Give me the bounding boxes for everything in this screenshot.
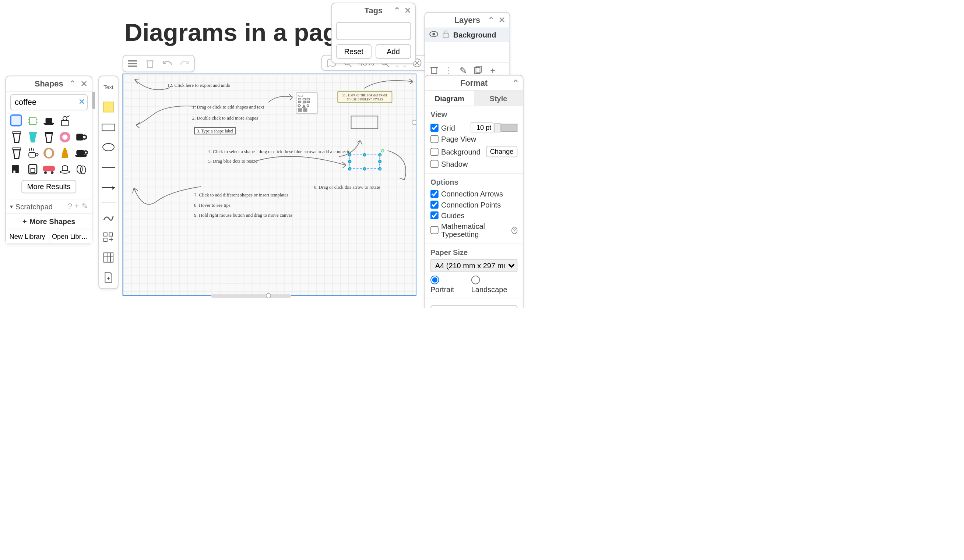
shape-grinder-icon[interactable]: [58, 114, 72, 128]
svg-rect-29: [31, 169, 35, 172]
conn-points-checkbox[interactable]: [430, 201, 438, 209]
arrow-tool[interactable]: [102, 181, 115, 194]
landscape-radio[interactable]: [471, 276, 480, 284]
shape-cup-saucer-icon[interactable]: [42, 114, 55, 128]
add-shapes-tool[interactable]: [102, 231, 115, 244]
more-layer-icon[interactable]: ⋮: [444, 65, 453, 75]
shape-beans-icon[interactable]: [74, 162, 88, 176]
svg-rect-6: [46, 118, 52, 123]
shape-toolbar: Text: [98, 75, 119, 289]
layer-row-background[interactable]: Background: [425, 28, 509, 42]
shape-watch-icon[interactable]: [10, 114, 22, 127]
close-icon[interactable]: ✕: [404, 6, 411, 15]
shape-maker-icon[interactable]: [26, 162, 39, 176]
edit-layer-icon[interactable]: ✎: [458, 65, 467, 75]
shape-togo2-icon[interactable]: [26, 131, 39, 144]
canvas[interactable]: 12. Click here to export and undo 1. Dra…: [123, 74, 417, 296]
math-checkbox[interactable]: [430, 226, 438, 234]
hscroll-track[interactable]: [211, 294, 291, 298]
tags-reset-button[interactable]: Reset: [336, 44, 371, 59]
help-icon[interactable]: ?: [511, 226, 517, 234]
tags-input[interactable]: [336, 22, 411, 40]
delete-layer-icon[interactable]: [429, 65, 438, 75]
shape-togo4-icon[interactable]: [10, 146, 23, 160]
chevron-down-icon[interactable]: ▾: [10, 203, 13, 210]
visibility-icon[interactable]: [429, 31, 438, 39]
shape-chip-icon[interactable]: [26, 114, 39, 128]
tags-title: Tags: [365, 6, 383, 15]
shape-latte-icon[interactable]: [42, 146, 55, 160]
help-icon[interactable]: ?: [68, 202, 72, 211]
grid-checkbox[interactable]: [430, 123, 438, 131]
edit-data-button[interactable]: Edit Data: [430, 305, 517, 308]
svg-rect-65: [431, 68, 437, 74]
grid-color-swatch[interactable]: [502, 123, 518, 131]
tags-add-button[interactable]: Add: [376, 44, 411, 59]
undo-icon[interactable]: [162, 58, 173, 69]
trash-icon[interactable]: [145, 58, 155, 69]
shape-espresso-icon[interactable]: [58, 162, 72, 176]
conn-arrows-checkbox[interactable]: [430, 190, 438, 198]
rectangle-tool[interactable]: [102, 120, 115, 133]
tip-12: 12. Click here to export and undo: [168, 83, 231, 88]
mini-shapes-panel: Text: [296, 93, 318, 114]
tab-diagram[interactable]: Diagram: [425, 91, 474, 106]
tip-11-box: 11. Expand the Format panel to use diffe…: [337, 91, 392, 103]
freehand-tool[interactable]: [102, 211, 115, 224]
shape-machine-icon[interactable]: [10, 162, 23, 176]
tags-panel: Tags ⌃✕ Reset Add: [331, 3, 416, 63]
chevron-up-icon[interactable]: ⌃: [394, 6, 400, 15]
edit-icon[interactable]: ✎: [82, 202, 88, 211]
page-view-checkbox[interactable]: [430, 135, 438, 143]
add-icon[interactable]: +: [75, 202, 79, 211]
scrollbar-thumb[interactable]: [93, 92, 95, 109]
add-layer-icon[interactable]: +: [488, 65, 497, 75]
shape-van-icon[interactable]: [42, 162, 55, 176]
new-library-button[interactable]: New Library: [6, 230, 49, 243]
paper-size-select[interactable]: A4 (210 mm x 297 mm): [430, 259, 517, 272]
shape-widemug-icon[interactable]: [74, 146, 88, 160]
grid-size-input[interactable]: [471, 123, 493, 133]
portrait-radio[interactable]: [430, 276, 439, 284]
close-icon[interactable]: ✕: [80, 79, 88, 89]
text-tool[interactable]: Text: [102, 80, 115, 93]
guides-checkbox[interactable]: [430, 211, 438, 219]
open-library-button[interactable]: Open Library ...: [49, 230, 92, 243]
change-background-button[interactable]: Change: [486, 146, 518, 157]
sticky-note-tool[interactable]: [102, 101, 115, 114]
menu-icon[interactable]: [127, 58, 138, 69]
background-checkbox[interactable]: [430, 148, 438, 156]
svg-rect-7: [62, 120, 68, 126]
shape-pot-icon[interactable]: [58, 146, 72, 160]
svg-rect-10: [13, 132, 21, 133]
chevron-up-icon[interactable]: ⌃: [512, 78, 519, 88]
new-page-tool[interactable]: [102, 271, 115, 284]
svg-rect-11: [29, 132, 37, 133]
shapes-panel: Shapes ⌃ ✕ ✕: [5, 75, 93, 244]
shape-steamcup-icon[interactable]: [26, 146, 39, 160]
shape-mug1-icon[interactable]: [74, 131, 88, 144]
shape-togo3-icon[interactable]: [42, 131, 55, 144]
lock-icon[interactable]: [443, 30, 449, 39]
clear-search-icon[interactable]: ✕: [78, 97, 85, 106]
chevron-up-icon[interactable]: ⌃: [488, 15, 495, 24]
more-shapes-button[interactable]: + More Shapes: [6, 213, 92, 229]
shapes-search-input[interactable]: [10, 94, 88, 110]
line-tool[interactable]: [102, 161, 115, 174]
close-icon[interactable]: ✕: [498, 15, 505, 24]
table-tool[interactable]: [102, 251, 115, 264]
shape-togo1-icon[interactable]: [10, 131, 23, 144]
copy-layer-icon[interactable]: [473, 65, 482, 75]
more-results-button[interactable]: More Results: [21, 180, 77, 193]
grid-stepper[interactable]: [494, 123, 501, 132]
ghost-rectangle[interactable]: [351, 116, 379, 129]
hscroll-knob[interactable]: [266, 293, 271, 299]
vscroll-knob[interactable]: [412, 120, 417, 125]
tip-9: 9. Hold right mouse button and drag to m…: [194, 213, 292, 218]
ellipse-tool[interactable]: [102, 141, 115, 154]
tab-style[interactable]: Style: [474, 91, 523, 106]
shape-badge-icon[interactable]: [58, 131, 72, 144]
chevron-up-icon[interactable]: ⌃: [69, 79, 76, 89]
shadow-checkbox[interactable]: [430, 160, 438, 168]
redo-icon[interactable]: [179, 58, 190, 69]
